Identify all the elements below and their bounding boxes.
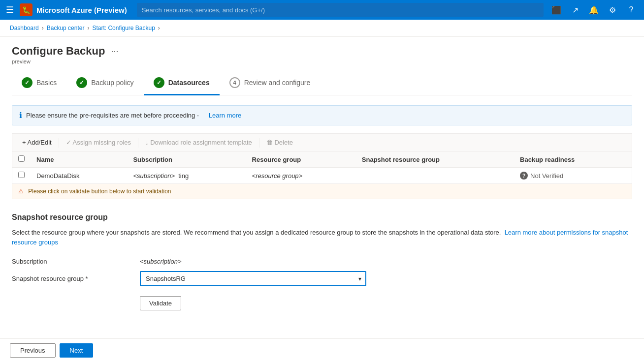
not-verified-icon: ? <box>520 172 528 180</box>
subscription-label: Subscription <box>12 255 140 265</box>
breadcrumb-configure-backup[interactable]: Start: Configure Backup <box>92 25 155 31</box>
tab-basics[interactable]: ✓ Basics <box>12 72 66 95</box>
row-subscription-extra: ting <box>178 172 189 180</box>
datasources-table: Name Subscription Resource group Snapsho… <box>12 151 632 199</box>
row-checkbox[interactable] <box>18 172 25 178</box>
tab-datasources-label: Datasources <box>168 79 210 87</box>
tab-review[interactable]: 4 Review and configure <box>220 72 321 95</box>
warning-text: Please click on validate button below to… <box>28 188 171 195</box>
info-banner-text: Please ensure the pre-requisites are met… <box>26 112 199 119</box>
validate-row: Validate <box>12 292 632 310</box>
row-backup-readiness: ? Not Verified <box>514 168 632 184</box>
download-template-button[interactable]: ↓ Download role assignment template <box>140 137 257 148</box>
info-banner-link[interactable]: Learn more <box>209 112 241 119</box>
row-resource-group-value: <resource group> <box>252 172 303 180</box>
tab-review-label: Review and configure <box>244 79 311 87</box>
page-title: Configure Backup <box>12 45 105 58</box>
snapshot-rg-row: Snapshot resource group * SnapshotsRG Re… <box>12 271 632 286</box>
row-name: DemoDataDisk <box>31 168 127 184</box>
bug-icon: 🐛 <box>20 3 32 16</box>
tab-datasources-circle: ✓ <box>154 77 164 88</box>
wizard-tabs: ✓ Basics ✓ Backup policy ✓ Datasources 4… <box>12 72 632 95</box>
table-header-snapshot-rg: Snapshot resource group <box>356 151 514 168</box>
snapshot-section: Snapshot resource group Select the resou… <box>12 213 632 310</box>
delete-label: 🗑 Delete <box>266 139 293 146</box>
settings-icon[interactable]: ⚙ <box>606 3 619 17</box>
feedback-icon[interactable]: ↗ <box>568 3 582 17</box>
table-header-name: Name <box>31 151 127 168</box>
toolbar-divider-1 <box>59 138 59 148</box>
add-edit-button[interactable]: + Add/Edit <box>17 137 57 148</box>
previous-button[interactable]: Previous <box>10 343 56 358</box>
table-header-checkbox <box>12 151 31 168</box>
table-header-subscription: Subscription <box>127 151 246 168</box>
next-button[interactable]: Next <box>60 343 94 358</box>
select-all-checkbox[interactable] <box>18 155 25 162</box>
subscription-row: Subscription <subscription> <box>12 255 632 265</box>
table-header-backup-readiness: Backup readiness <box>514 151 632 168</box>
breadcrumb-dashboard[interactable]: Dashboard <box>10 25 39 31</box>
search-input[interactable] <box>137 3 544 17</box>
tab-review-circle: 4 <box>229 77 240 88</box>
tab-basics-circle: ✓ <box>22 77 32 88</box>
table-header-resource-group: Resource group <box>246 151 356 168</box>
download-template-label: ↓ Download role assignment template <box>145 139 252 146</box>
toolbar-divider-2 <box>138 138 138 148</box>
tab-basics-label: Basics <box>36 79 57 87</box>
assign-roles-label: ✓ Assign missing roles <box>66 139 131 146</box>
info-banner: ℹ Please ensure the pre-requisites are m… <box>12 105 632 125</box>
top-navigation: ☰ 🐛 Microsoft Azure (Preview) ⬛ ↗ 🔔 ⚙ ? <box>0 0 644 20</box>
validate-button[interactable]: Validate <box>140 296 181 310</box>
page-content: Configure Backup ··· preview ✓ Basics ✓ … <box>0 37 644 362</box>
hamburger-menu[interactable]: ☰ <box>6 4 14 15</box>
toolbar: + Add/Edit ✓ Assign missing roles ↓ Down… <box>12 133 632 151</box>
warning-cell: ⚠ Please click on validate button below … <box>12 184 632 199</box>
snapshot-rg-label: Snapshot resource group * <box>12 271 140 282</box>
brand-name: Microsoft Azure (Preview) <box>36 6 127 14</box>
page-menu-button[interactable]: ··· <box>111 46 118 57</box>
table-row: DemoDataDisk <subscription> ting <resour… <box>12 168 632 184</box>
breadcrumb-backup-center[interactable]: Backup center <box>47 25 85 31</box>
toolbar-divider-3 <box>259 138 259 148</box>
bottom-navigation: Previous Next <box>0 338 644 362</box>
tab-backup-policy-label: Backup policy <box>91 79 133 87</box>
terminal-icon[interactable]: ⬛ <box>549 3 563 17</box>
row-checkbox-cell <box>12 168 31 184</box>
snapshot-description: Select the resource group where your sna… <box>12 228 632 247</box>
preview-label: preview <box>12 59 632 64</box>
delete-button[interactable]: 🗑 Delete <box>261 137 298 148</box>
snapshot-rg-select[interactable]: SnapshotsRG ResourceGroup1 ResourceGroup… <box>140 271 366 286</box>
warning-row: ⚠ Please click on validate button below … <box>12 184 632 199</box>
info-icon: ℹ <box>19 111 22 120</box>
row-subscription-value: <subscription> <box>133 172 175 180</box>
tab-datasources[interactable]: ✓ Datasources <box>144 72 220 95</box>
assign-roles-button[interactable]: ✓ Assign missing roles <box>61 137 136 148</box>
tab-backup-policy-circle: ✓ <box>76 77 87 88</box>
row-resource-group: <resource group> <box>246 168 356 184</box>
snapshot-rg-select-wrapper: SnapshotsRG ResourceGroup1 ResourceGroup… <box>140 271 366 286</box>
help-icon[interactable]: ? <box>624 3 638 17</box>
notification-icon[interactable]: 🔔 <box>587 3 601 17</box>
not-verified-label: Not Verified <box>530 172 563 180</box>
snapshot-section-title: Snapshot resource group <box>12 213 632 222</box>
subscription-value: <subscription> <box>140 255 632 265</box>
breadcrumb: Dashboard › Backup center › Start: Confi… <box>0 20 644 37</box>
tab-backup-policy[interactable]: ✓ Backup policy <box>66 72 143 95</box>
row-subscription: <subscription> ting <box>127 168 246 184</box>
add-edit-label: + Add/Edit <box>22 139 52 146</box>
row-snapshot-rg <box>356 168 514 184</box>
warning-icon: ⚠ <box>18 188 24 195</box>
